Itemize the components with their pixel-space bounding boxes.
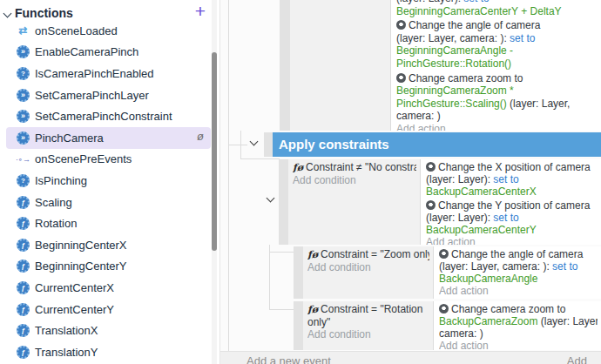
gear-action-icon bbox=[17, 45, 30, 58]
camera-icon bbox=[439, 249, 449, 259]
gdevelop-events-editor: Functions + onSceneLoaded EnableCameraPi… bbox=[0, 0, 601, 364]
gear-expression-icon bbox=[17, 196, 30, 209]
chevron-down-icon[interactable] bbox=[3, 10, 12, 18]
visibility-off-icon[interactable]: ø bbox=[197, 130, 204, 143]
add-button[interactable]: Add bbox=[567, 354, 587, 364]
event-top-conditions[interactable] bbox=[290, 0, 390, 131]
gear-action-icon bbox=[17, 131, 30, 145]
gear-expression-icon bbox=[17, 281, 30, 294]
sidebar-item-translationy[interactable]: TranslationY bbox=[0, 341, 213, 363]
gear-action-icon bbox=[17, 110, 30, 123]
camera-icon bbox=[396, 73, 406, 83]
gear-condition-icon bbox=[17, 67, 30, 80]
sidebar-item-iscamerapinchenabled[interactable]: IsCameraPinchEnabled bbox=[0, 63, 213, 84]
tree-line bbox=[269, 252, 294, 253]
function-icon bbox=[307, 304, 318, 316]
sidebar-item-currentcenterx[interactable]: CurrentCenterX bbox=[0, 277, 213, 299]
tree-line bbox=[228, 145, 247, 145]
event-drag-handle[interactable] bbox=[294, 301, 303, 350]
scene-loaded-icon bbox=[17, 24, 30, 37]
sidebar-item-onsceneloaded[interactable]: onSceneLoaded bbox=[0, 20, 213, 42]
tree-line bbox=[269, 245, 270, 310]
group-drag-handle[interactable] bbox=[264, 132, 273, 157]
camera-icon bbox=[439, 304, 449, 313]
function-list: onSceneLoaded EnableCameraPinch IsCamera… bbox=[0, 20, 213, 363]
sidebar-item-setcamerapinchconstraint[interactable]: SetCameraPinchConstraint bbox=[0, 105, 213, 127]
sidebar-item-beginningcentery[interactable]: BeginningCenterY bbox=[0, 256, 213, 278]
event-zoomonly-conditions[interactable]: Constraint = "Zoom only"Add condition bbox=[303, 246, 433, 299]
sidebar-item-translationx[interactable]: TranslationX bbox=[0, 320, 213, 341]
sidebar-item-setcamerapinchlayer[interactable]: SetCameraPinchLayer bbox=[0, 84, 213, 106]
gear-action-icon bbox=[17, 89, 30, 102]
gear-expression-icon bbox=[17, 217, 30, 230]
gear-expression-icon bbox=[17, 303, 30, 316]
gear-condition-icon bbox=[17, 174, 30, 187]
sidebar-scrollbar-thumb[interactable] bbox=[212, 52, 217, 251]
gear-expression-icon bbox=[17, 324, 30, 337]
camera-icon bbox=[426, 200, 436, 210]
sidebar-item-pinchcamera[interactable]: PinchCameraø bbox=[6, 127, 211, 149]
event-zoomonly-actions[interactable]: Change the angle of camera(layer: Layer,… bbox=[433, 246, 601, 299]
collapse-group-chevron-icon[interactable] bbox=[250, 138, 259, 146]
camera-icon bbox=[396, 20, 406, 30]
sidebar-item-currentcentery[interactable]: CurrentCenterY bbox=[0, 299, 213, 320]
event-drag-handle[interactable] bbox=[294, 246, 303, 299]
sidebar-title: Functions bbox=[15, 6, 73, 20]
function-icon bbox=[307, 249, 318, 261]
group-header[interactable]: Apply constraints bbox=[273, 132, 601, 157]
sidebar-item-ispinching[interactable]: IsPinching bbox=[0, 170, 213, 192]
event-noconstraint-actions[interactable]: Change the X position of camera(layer: L… bbox=[420, 159, 601, 245]
gear-expression-icon bbox=[17, 346, 30, 359]
functions-sidebar: Functions + onSceneLoaded EnableCameraPi… bbox=[0, 0, 220, 364]
tree-line bbox=[228, 0, 229, 351]
function-icon bbox=[293, 162, 303, 174]
events-sheet: (layer: Layer): set toBeginningCameraCen… bbox=[220, 0, 601, 364]
tree-line bbox=[240, 158, 280, 159]
sidebar-item-onscenepreevents[interactable]: onScenePreEvents bbox=[0, 149, 213, 171]
camera-icon bbox=[426, 162, 436, 172]
event-drag-handle[interactable] bbox=[279, 159, 288, 245]
event-rotationonly-actions[interactable]: Change camera zoom toBackupCameraZoom (l… bbox=[433, 301, 601, 350]
tree-line bbox=[269, 309, 294, 310]
gear-expression-icon bbox=[17, 260, 30, 273]
add-function-button[interactable]: + bbox=[195, 1, 206, 22]
event-rotationonly-conditions[interactable]: Constraint = "Rotationonly"Add condition bbox=[303, 301, 433, 350]
add-new-event-button[interactable]: Add a new event bbox=[246, 354, 331, 364]
sidebar-item-scaling[interactable]: Scaling bbox=[0, 192, 213, 213]
event-drag-handle[interactable] bbox=[280, 0, 290, 131]
events-footer: Add a new event Add bbox=[220, 351, 601, 364]
pre-events-icon bbox=[17, 155, 30, 164]
sidebar-item-enablecamerapinch[interactable]: EnableCameraPinch bbox=[0, 42, 213, 64]
event-top-actions[interactable]: (layer: Layer): set toBeginningCameraCen… bbox=[390, 0, 601, 131]
sidebar-item-beginningcenterx[interactable]: BeginningCenterX bbox=[0, 234, 213, 256]
collapse-subevents-chevron-icon[interactable] bbox=[267, 194, 275, 203]
sidebar-item-rotation[interactable]: Rotation bbox=[0, 212, 213, 234]
gear-expression-icon bbox=[17, 239, 30, 252]
event-noconstraint-conditions[interactable]: Constraint ≠ "No constraint"Add conditio… bbox=[288, 159, 420, 245]
